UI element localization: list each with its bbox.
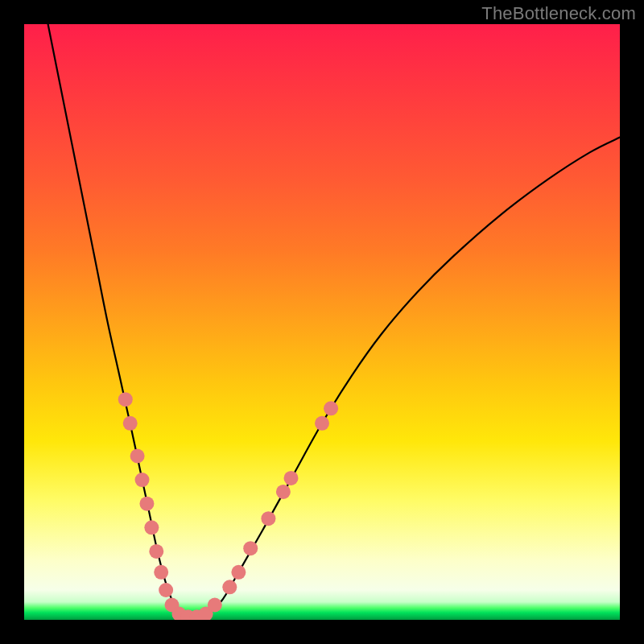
curve-beads-group [118,392,338,620]
curve-bead [123,416,138,431]
curve-bead [149,544,163,559]
curve-bead [118,392,133,407]
curve-bead [154,565,168,580]
bottleneck-curve [48,24,620,618]
outer-frame: TheBottleneck.com [0,0,644,644]
curve-bead [315,416,329,431]
curve-bead [231,565,246,580]
curve-bead [159,583,173,597]
watermark-text: TheBottleneck.com [481,3,636,24]
curve-bead [243,541,258,555]
curve-bead [135,473,150,487]
curve-bead [222,580,237,594]
curve-bead [208,598,222,613]
plot-svg [24,24,620,620]
curve-bead [139,497,154,511]
curve-bead [284,471,299,485]
curve-bead [261,511,275,526]
curve-bead [276,485,291,499]
curve-bead [324,401,338,415]
curve-bead [130,449,145,464]
curve-bead [144,520,159,535]
